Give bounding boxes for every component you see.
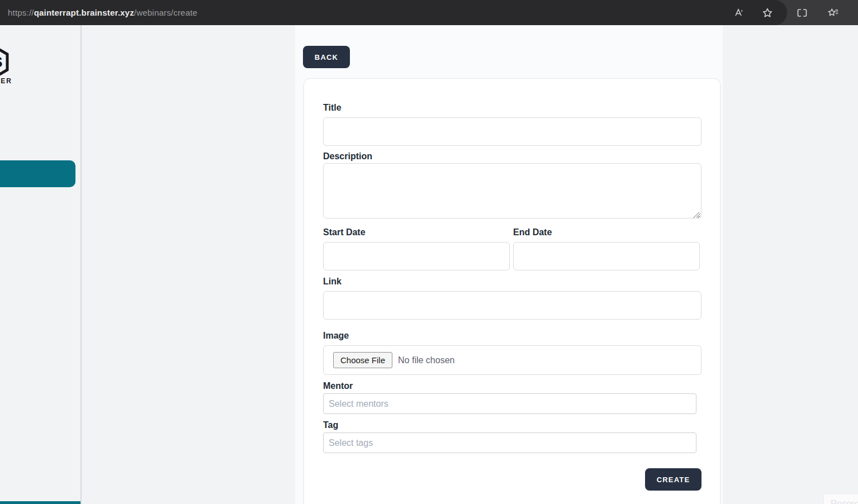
sidebar-bottom-item[interactable] <box>0 501 82 504</box>
description-textarea[interactable] <box>323 163 701 218</box>
description-label: Description <box>323 151 701 161</box>
choose-file-button[interactable]: Choose File <box>333 352 392 368</box>
read-aloud-icon[interactable] <box>733 7 746 19</box>
url-domain: qainterrapt.brainster.xyz <box>34 8 134 17</box>
brainster-logo-icon: S <box>0 47 10 77</box>
end-date-label: End Date <box>513 227 700 237</box>
brainster-logo-wordmark: BRAINSTER <box>0 77 12 85</box>
browser-toolbar: https://qainterrapt.brainster.xyz/webina… <box>0 0 858 25</box>
mentor-label: Mentor <box>323 381 701 391</box>
start-date-label: Start Date <box>323 227 510 237</box>
back-button[interactable]: BACK <box>303 46 350 68</box>
tag-select[interactable] <box>323 432 696 453</box>
record-overlay: Record <box>823 493 858 504</box>
url-text[interactable]: https://qainterrapt.brainster.xyz/webina… <box>8 0 197 25</box>
image-file-input[interactable]: Choose File No file chosen <box>323 345 701 375</box>
create-button[interactable]: CREATE <box>645 468 701 491</box>
svg-text:S: S <box>0 54 3 70</box>
link-input[interactable] <box>323 291 701 320</box>
create-webinar-form-card: Title Description Start Date End Date Li… <box>304 78 720 504</box>
mentor-select[interactable] <box>323 393 696 414</box>
sidebar: S BRAINSTER <box>0 25 82 504</box>
sidebar-item-webinars-active[interactable] <box>0 160 75 187</box>
favorite-star-icon[interactable] <box>761 7 774 19</box>
end-date-input[interactable] <box>513 242 700 270</box>
tag-label: Tag <box>323 420 701 430</box>
collections-icon[interactable] <box>827 7 840 19</box>
main-content: BACK Title Description Start Date End Da… <box>295 25 723 504</box>
url-scheme: https:// <box>8 8 34 17</box>
title-label: Title <box>323 103 701 113</box>
link-label: Link <box>323 277 701 287</box>
start-date-input[interactable] <box>323 242 510 270</box>
file-chosen-status: No file chosen <box>398 355 454 365</box>
title-input[interactable] <box>323 117 701 146</box>
url-path: /webinars/create <box>134 8 197 17</box>
split-screen-icon[interactable] <box>796 7 808 19</box>
image-label: Image <box>323 331 701 341</box>
